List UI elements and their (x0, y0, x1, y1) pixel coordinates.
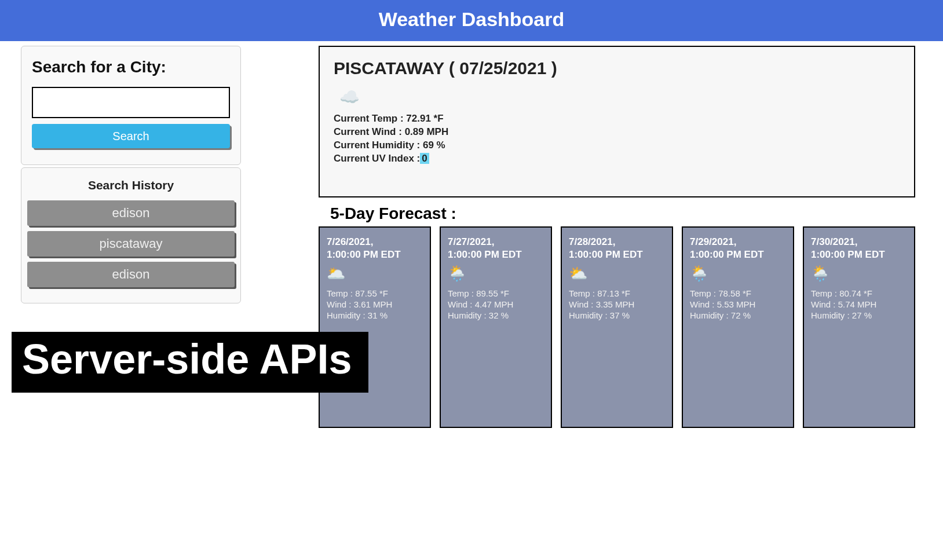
current-temp: Current Temp : 72.91 *F (334, 113, 905, 125)
forecast-date-line2: 1:00:00 PM EDT (569, 249, 643, 260)
forecast-date: 7/26/2021, 1:00:00 PM EDT (327, 236, 423, 261)
cloud-icon: ☁️ (339, 87, 360, 107)
forecast-card: 7/28/2021, 1:00:00 PM EDT ⛅ Temp : 87.13… (561, 226, 673, 428)
current-wind: Current Wind : 0.89 MPH (334, 126, 905, 138)
forecast-wind: Wind : 5.74 MPH (811, 299, 907, 309)
search-title: Search for a City: (32, 58, 230, 76)
weather-icon: 🌦️ (811, 265, 907, 283)
forecast-date-line1: 7/27/2021, (448, 236, 494, 247)
forecast-date-line1: 7/26/2021, (327, 236, 373, 247)
forecast-humidity: Humidity : 32 % (448, 310, 544, 320)
forecast-date-line2: 1:00:00 PM EDT (327, 249, 401, 260)
forecast-card: 7/30/2021, 1:00:00 PM EDT 🌦️ Temp : 80.7… (803, 226, 915, 428)
current-uv: Current UV Index :0 (334, 153, 905, 164)
overlay-caption: Server-side APIs (12, 332, 368, 393)
forecast-temp: Temp : 87.13 *F (569, 288, 665, 298)
search-button[interactable]: Search (32, 124, 230, 148)
forecast-date-line2: 1:00:00 PM EDT (811, 249, 885, 260)
current-wind-value: 0.89 MPH (405, 126, 449, 137)
current-weather-panel: PISCATAWAY ( 07/25/2021 ) ☁️ Current Tem… (319, 46, 915, 197)
forecast-humidity: Humidity : 72 % (690, 310, 786, 320)
forecast-temp: Temp : 87.55 *F (327, 288, 423, 298)
forecast-temp: Temp : 78.58 *F (690, 288, 786, 298)
forecast-date: 7/29/2021, 1:00:00 PM EDT (690, 236, 786, 261)
history-item[interactable]: edison (27, 200, 235, 226)
current-city-date: PISCATAWAY ( 07/25/2021 ) (334, 58, 905, 78)
forecast-card: 7/27/2021, 1:00:00 PM EDT 🌦️ Temp : 89.5… (440, 226, 552, 428)
forecast-card: 7/29/2021, 1:00:00 PM EDT 🌦️ Temp : 78.5… (682, 226, 794, 428)
current-temp-label: Current Temp : (334, 113, 406, 124)
forecast-humidity: Humidity : 31 % (327, 310, 423, 320)
current-humidity: Current Humidity : 69 % (334, 140, 905, 151)
main-content: PISCATAWAY ( 07/25/2021 ) ☁️ Current Tem… (319, 46, 915, 428)
forecast-date-line1: 7/29/2021, (690, 236, 736, 247)
forecast-date: 7/28/2021, 1:00:00 PM EDT (569, 236, 665, 261)
forecast-wind: Wind : 4.47 MPH (448, 299, 544, 309)
forecast-wind: Wind : 3.61 MPH (327, 299, 423, 309)
app-title: Weather Dashboard (379, 8, 565, 30)
current-humidity-value: 69 % (423, 140, 445, 151)
search-panel: Search for a City: Search (21, 46, 241, 165)
forecast-title: 5-Day Forecast : (330, 204, 915, 223)
forecast-humidity: Humidity : 37 % (569, 310, 665, 320)
forecast-wind: Wind : 5.53 MPH (690, 299, 786, 309)
weather-icon: 🌦️ (690, 265, 786, 283)
history-item[interactable]: piscataway (27, 231, 235, 257)
weather-icon: 🌥️ (327, 265, 423, 283)
forecast-card: 7/26/2021, 1:00:00 PM EDT 🌥️ Temp : 87.5… (319, 226, 431, 428)
weather-icon: 🌦️ (448, 265, 544, 283)
history-title: Search History (27, 178, 235, 192)
forecast-temp: Temp : 89.55 *F (448, 288, 544, 298)
forecast-humidity: Humidity : 27 % (811, 310, 907, 320)
current-wind-label: Current Wind : (334, 126, 405, 137)
forecast-row: 7/26/2021, 1:00:00 PM EDT 🌥️ Temp : 87.5… (319, 226, 915, 428)
current-temp-value: 72.91 *F (406, 113, 443, 124)
forecast-date-line2: 1:00:00 PM EDT (690, 249, 764, 260)
current-humidity-label: Current Humidity : (334, 140, 423, 151)
forecast-date-line2: 1:00:00 PM EDT (448, 249, 522, 260)
forecast-wind: Wind : 3.35 MPH (569, 299, 665, 309)
weather-icon: ⛅ (569, 265, 665, 283)
forecast-temp: Temp : 80.74 *F (811, 288, 907, 298)
app-header: Weather Dashboard (0, 0, 943, 41)
history-item[interactable]: edison (27, 262, 235, 287)
city-search-input[interactable] (32, 87, 230, 118)
forecast-date-line1: 7/28/2021, (569, 236, 615, 247)
current-uv-value: 0 (420, 153, 429, 164)
forecast-date-line1: 7/30/2021, (811, 236, 857, 247)
forecast-date: 7/30/2021, 1:00:00 PM EDT (811, 236, 907, 261)
forecast-date: 7/27/2021, 1:00:00 PM EDT (448, 236, 544, 261)
current-uv-label: Current UV Index : (334, 153, 420, 164)
history-panel: Search History edison piscataway edison (21, 167, 241, 303)
